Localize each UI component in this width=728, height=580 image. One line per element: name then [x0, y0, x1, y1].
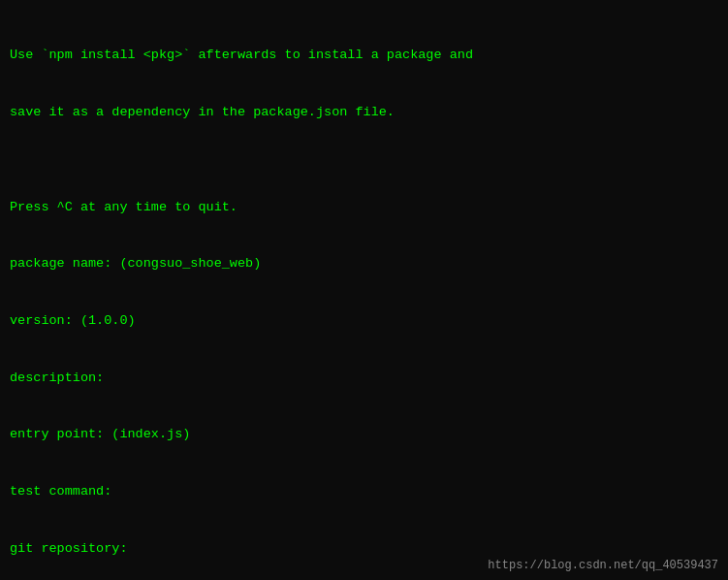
terminal-line-6: version: (1.0.0) — [10, 311, 718, 331]
terminal-line-9: test command: — [10, 482, 718, 501]
terminal-window: Use `npm install <pkg>` afterwards to in… — [0, 0, 728, 580]
terminal-line-8: entry point: (index.js) — [10, 425, 718, 444]
terminal-output: Use `npm install <pkg>` afterwards to in… — [10, 8, 718, 580]
terminal-line-4: Press ^C at any time to quit. — [10, 198, 718, 217]
watermark-text: https://blog.csdn.net/qq_40539437 — [488, 559, 718, 572]
terminal-line-7: description: — [10, 369, 718, 388]
terminal-line-10: git repository: — [10, 539, 718, 559]
terminal-line-1: Use `npm install <pkg>` afterwards to in… — [10, 46, 718, 65]
terminal-line-2: save it as a dependency in the package.j… — [10, 103, 718, 122]
terminal-line-5: package name: (congsuo_shoe_web) — [10, 254, 718, 274]
